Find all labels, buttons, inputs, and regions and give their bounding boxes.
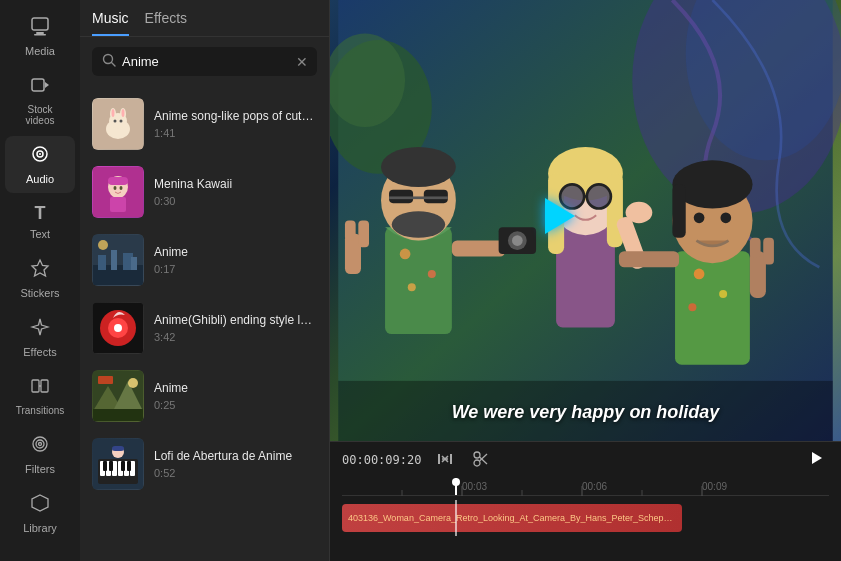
sidebar-item-transitions-label: Transitions	[16, 405, 65, 416]
music-item-5[interactable]: Anime 0:25	[80, 362, 329, 430]
music-thumb-4	[92, 302, 144, 354]
sidebar-item-media[interactable]: Media	[5, 8, 75, 65]
transitions-icon	[30, 376, 50, 401]
music-item-6[interactable]: Lofi de Abertura de Anime 0:52	[80, 430, 329, 498]
svg-rect-10	[41, 380, 48, 392]
sidebar-item-library[interactable]: Library	[5, 485, 75, 542]
svg-point-13	[36, 440, 44, 448]
main-area: We were very happy on holiday 00:00:09:2…	[330, 0, 841, 561]
timeline-track-area: 00:03 00:06 00:09	[330, 478, 841, 561]
music-thumb-1	[92, 98, 144, 150]
svg-point-24	[122, 109, 125, 117]
music-info-1: Anime song-like pops of cute atmosphere …	[154, 109, 317, 140]
svg-point-23	[112, 109, 115, 117]
svg-marker-8	[32, 260, 48, 276]
music-duration-5: 0:25	[154, 399, 317, 411]
svg-rect-105	[619, 251, 679, 267]
svg-point-113	[474, 452, 480, 458]
search-icon	[102, 53, 116, 70]
play-cursor	[545, 198, 575, 234]
svg-rect-110	[438, 454, 440, 464]
preview-area: We were very happy on holiday	[330, 0, 841, 441]
play-button[interactable]	[805, 448, 829, 472]
svg-point-99	[688, 303, 696, 311]
preview-video: We were very happy on holiday	[330, 0, 841, 441]
music-item-4[interactable]: Anime(Ghibli) ending style lo-fi(1025075…	[80, 294, 329, 362]
svg-point-25	[114, 120, 117, 123]
timeline: 00:00:09:20	[330, 441, 841, 561]
svg-rect-1	[36, 32, 44, 34]
sidebar-item-transitions[interactable]: Transitions	[5, 368, 75, 424]
svg-point-12	[33, 437, 47, 451]
svg-rect-69	[385, 227, 452, 334]
svg-point-43	[114, 324, 122, 332]
music-thumb-3	[92, 234, 144, 286]
music-info-2: Menina Kawaii 0:30	[154, 177, 317, 208]
music-info-5: Anime 0:25	[154, 381, 317, 412]
media-icon	[30, 16, 50, 41]
music-item-1[interactable]: Anime song-like pops of cute atmosphere …	[80, 90, 329, 158]
sidebar-item-effects[interactable]: Effects	[5, 309, 75, 366]
playhead-indicator	[452, 478, 460, 486]
svg-rect-85	[345, 221, 356, 241]
sidebar-item-stickers[interactable]: Stickers	[5, 250, 75, 307]
svg-point-82	[512, 235, 523, 246]
music-title-4: Anime(Ghibli) ending style lo-fi(1025075…	[154, 313, 317, 329]
sidebar-item-audio[interactable]: Audio	[5, 136, 75, 193]
music-thumb-2	[92, 166, 144, 218]
svg-point-26	[120, 120, 123, 123]
svg-point-74	[381, 147, 456, 187]
tab-music[interactable]: Music	[92, 10, 129, 36]
sidebar-item-filters-label: Filters	[25, 463, 55, 475]
music-title-6: Lofi de Abertura de Anime	[154, 449, 317, 465]
video-clip-label: 403136_Woman_Camera_Retro_Looking_At_Cam…	[348, 513, 676, 523]
sidebar-item-library-label: Library	[23, 522, 57, 534]
music-item-3[interactable]: Anime 0:17	[80, 226, 329, 294]
music-item-2[interactable]: Menina Kawaii 0:30	[80, 158, 329, 226]
svg-point-97	[694, 269, 705, 280]
svg-rect-36	[111, 250, 117, 270]
tab-effects[interactable]: Effects	[145, 10, 188, 36]
timeline-controls: 00:00:09:20	[330, 442, 841, 478]
svg-point-103	[694, 212, 705, 223]
music-duration-1: 1:41	[154, 127, 317, 139]
music-info-6: Lofi de Abertura de Anime 0:52	[154, 449, 317, 480]
svg-rect-32	[110, 197, 126, 212]
svg-rect-84	[358, 221, 369, 248]
filters-icon	[30, 434, 50, 459]
svg-rect-111	[450, 454, 452, 464]
svg-rect-108	[750, 238, 761, 258]
music-duration-3: 0:17	[154, 263, 317, 275]
sidebar: Media Stockvideos Audio T Text	[0, 0, 80, 561]
svg-rect-0	[32, 18, 48, 30]
search-input[interactable]	[122, 54, 290, 69]
video-clip[interactable]: 403136_Woman_Camera_Retro_Looking_At_Cam…	[342, 504, 682, 532]
svg-rect-60	[121, 461, 125, 471]
text-icon: T	[35, 203, 46, 224]
svg-point-98	[719, 290, 727, 298]
svg-marker-116	[812, 452, 822, 464]
audio-icon	[30, 144, 50, 169]
svg-point-7	[39, 153, 41, 155]
svg-point-31	[120, 186, 123, 190]
music-title-5: Anime	[154, 381, 317, 397]
sidebar-item-media-label: Media	[25, 45, 55, 57]
svg-rect-79	[452, 241, 505, 257]
svg-point-71	[428, 270, 436, 278]
svg-rect-29	[108, 177, 128, 185]
sidebar-item-text[interactable]: T Text	[5, 195, 75, 248]
panel-tabs: Music Effects	[80, 0, 329, 37]
svg-point-70	[400, 249, 411, 260]
sidebar-item-stock-videos[interactable]: Stockvideos	[5, 67, 75, 134]
search-clear-button[interactable]: ✕	[296, 54, 308, 70]
music-thumb-6	[92, 438, 144, 490]
video-track-row: 403136_Woman_Camera_Retro_Looking_At_Cam…	[342, 500, 829, 536]
svg-rect-59	[109, 461, 113, 471]
snap-button[interactable]	[433, 449, 457, 472]
cut-button[interactable]	[469, 449, 493, 472]
effects-icon	[30, 317, 50, 342]
sidebar-item-effects-label: Effects	[23, 346, 56, 358]
music-title-3: Anime	[154, 245, 317, 261]
svg-rect-63	[112, 446, 124, 451]
sidebar-item-filters[interactable]: Filters	[5, 426, 75, 483]
